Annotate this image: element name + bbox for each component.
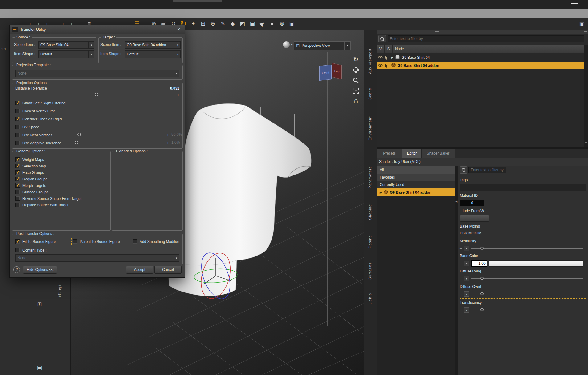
tool-settings-icon[interactable]: ⊚ [277,19,287,29]
save-layout-icon[interactable]: ▣ [35,363,44,373]
scene-column-header[interactable]: V S Node [377,45,588,53]
scene-node-label[interactable]: G9 Base Shirt 04 [402,55,430,60]
checkbox-fit-to-source[interactable]: Fit To Source Figure [15,239,56,244]
near-vertices-slider[interactable] [68,132,169,137]
checkbox-near-vertices[interactable]: Use Near Vertices [15,132,52,138]
orbit-view-icon[interactable]: ↻ [351,55,361,64]
checkbox-box[interactable] [15,190,20,194]
checkbox-region-groups[interactable]: Region Groups [15,176,47,182]
expander-icon[interactable]: ▶ [391,56,394,59]
scene-row-addon[interactable]: G9 Base Shirt 04 addon [377,62,584,69]
surfaces-list[interactable] [377,166,455,375]
checkbox-add-smoothing[interactable]: Add Smoothing Modifier [133,239,179,244]
tab-surfaces[interactable]: Surfaces [368,258,372,280]
tab-environment[interactable]: Environment [368,110,372,140]
collapse-icon[interactable]: ◀ [455,200,457,203]
checkbox-closest-vertex[interactable]: Closest Vertex First [15,108,55,114]
checkbox-weight-maps[interactable]: Weight Maps [15,157,44,162]
surface-item-label[interactable]: G9 Base Shirt 04 addon [390,190,431,195]
tab-posing[interactable]: Posing [368,230,372,248]
checkbox-lines-rigid[interactable]: Consider Lines As Rigid [15,116,62,122]
surfaces-list-favorites[interactable]: Favorites [377,174,455,181]
camera-add-icon[interactable]: ▣ [247,19,257,29]
geometry-editor-icon[interactable]: ◆ [228,19,238,29]
col-node[interactable]: Node [393,45,588,53]
expander-icon[interactable]: ▶ [380,191,382,194]
checkbox-box[interactable] [15,157,20,162]
scene-node-label[interactable]: G9 Base Shirt 04 addon [398,63,439,68]
props-divider[interactable]: ◀ [455,166,458,375]
surfaces-list-currently-used[interactable]: Currently Used [377,181,455,188]
help-button[interactable]: ? [13,266,20,273]
tab-shaping[interactable]: Shaping [368,200,372,220]
checkbox-box[interactable] [15,196,20,201]
tab-editor[interactable]: Editor [402,149,422,158]
hide-options-button[interactable]: Hide Options << [23,266,57,274]
checkbox-content-type[interactable]: Content Type : [15,248,47,253]
chevron-down-icon[interactable] [464,291,469,297]
shirt-model[interactable] [168,103,311,296]
checkbox-box[interactable] [15,177,20,181]
checkbox-box[interactable] [15,183,20,188]
base-mixing-value[interactable]: PBR Metallic [460,231,481,235]
dialog-titlebar[interactable]: DS Transfer Utility × [10,25,185,34]
checkbox-face-groups[interactable]: Face Groups [15,170,44,175]
render-sphere-icon[interactable]: ● [267,19,277,29]
pane-splitter[interactable] [377,30,588,34]
tab-parameters[interactable]: Parameters [368,162,372,188]
checkbox-adaptive-tolerance[interactable]: Use Adaptive Tolerance [15,140,61,146]
source-item-shape-dropdown[interactable]: Default [38,50,94,58]
selectable-cursor-icon[interactable] [385,63,390,68]
props-filter-input[interactable] [468,167,506,173]
tab-shader-baker[interactable]: Shader Baker [422,149,455,158]
pan-view-icon[interactable] [351,65,361,75]
checkbox-box[interactable] [15,109,20,113]
checkbox-box[interactable] [15,133,20,137]
checkbox-morph-targets[interactable]: Morph Targets [15,183,46,188]
source-scene-item-dropdown[interactable]: G9 Base Shirt 04 [38,41,94,49]
checkbox-box[interactable] [15,101,20,105]
tab-presets[interactable]: Presets [377,149,402,158]
figure-setup-icon[interactable]: ◩ [238,19,247,29]
col-visibility[interactable]: V [377,45,385,53]
scene-scrollbar[interactable] [584,45,588,147]
tags-input[interactable] [460,184,586,191]
content-type-dropdown[interactable]: None [15,254,179,262]
camera-icon[interactable]: ▣ [287,19,297,29]
col-selectability[interactable]: S [385,45,393,53]
joint-editor-icon[interactable]: ⊛ [208,19,218,29]
checkbox-box[interactable] [15,164,20,168]
target-scene-item-dropdown[interactable]: G9 Base Shirt 04 addon [125,41,181,49]
checkbox-box[interactable] [133,239,137,244]
zoom-view-icon[interactable] [351,76,361,85]
minimize-icon[interactable] [571,3,578,4]
chevron-down-icon[interactable] [464,276,469,281]
view-selector-dropdown[interactable]: ⊞ Perspective View [294,41,351,50]
checkbox-box[interactable] [15,239,20,244]
scene-search-icon[interactable] [378,35,386,42]
orientation-cube-side[interactable]: Left [332,63,342,79]
scale-tool-icon[interactable]: ⊞ [198,19,208,29]
node-weight-brush-icon[interactable]: ✎ [218,19,228,29]
checkbox-box[interactable] [15,117,20,121]
target-item-shape-dropdown[interactable]: Default [125,50,181,58]
checkbox-selection-map[interactable]: Selection Map [15,163,46,169]
orientation-cube-front[interactable]: Front [319,65,332,81]
tab-lights[interactable]: Lights [368,289,372,305]
chevron-down-icon[interactable] [464,246,469,251]
diffuse-overlay-slider[interactable] [460,291,583,297]
home-view-icon[interactable]: ⌂ [351,96,361,105]
surfaces-list-all[interactable]: All [377,166,455,174]
checkbox-reverse-source-shape[interactable]: Reverse Source Shape From Target [15,196,82,201]
projection-template-dropdown[interactable]: None [15,70,179,77]
checkbox-box[interactable] [15,203,20,207]
accept-button[interactable]: Accept [126,266,153,274]
translucency-slider[interactable] [460,307,583,313]
pointer-tool-icon[interactable]: ▶ [257,19,267,29]
distance-tolerance-value[interactable]: 0.032 [170,86,179,91]
translate-tool-icon[interactable]: + [188,19,198,29]
props-search-icon[interactable] [460,166,467,174]
scene-filter-input[interactable] [388,35,584,42]
checkbox-surface-groups[interactable]: Surface Groups [15,189,48,195]
checkbox-box[interactable] [15,170,20,175]
